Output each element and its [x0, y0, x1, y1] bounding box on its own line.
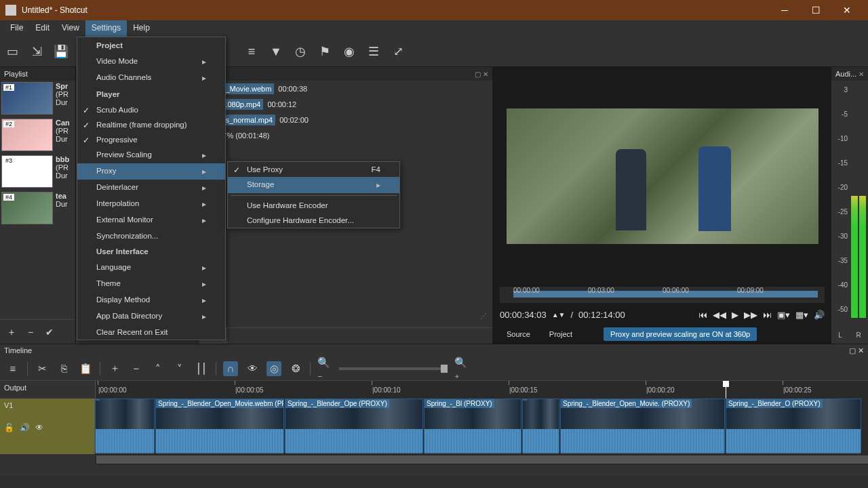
playlist-add-icon[interactable]: + [4, 325, 19, 340]
ripple-icon[interactable]: ◎ [267, 361, 281, 376]
app-icon [5, 5, 16, 16]
menu-scrub-audio[interactable]: ✓Scrub Audio [77, 102, 225, 117]
rewind-icon[interactable]: ◀◀ [713, 310, 726, 320]
overwrite-icon[interactable]: ˅ [172, 361, 187, 376]
close-button[interactable]: ✕ [831, 0, 863, 20]
lift-icon[interactable]: ˄ [151, 361, 165, 376]
append-icon[interactable]: ＋ [107, 361, 122, 376]
open-icon[interactable]: ▭ [4, 43, 20, 60]
tab-source[interactable]: Source [500, 327, 537, 341]
proxy-submenu: ✓Use ProxyF4 Storage▸ Use Hardware Encod… [227, 161, 400, 228]
audio-close-icon[interactable]: ✕ [859, 70, 864, 78]
playlist-item[interactable]: #2Can(PRDur [0, 117, 75, 154]
menu-audio-channels[interactable]: Audio Channels▸ [77, 70, 225, 86]
track-body[interactable]: Spring_-_Blender_Open_Movie.webm (PROXY)… [95, 399, 868, 454]
menu-help[interactable]: Help [127, 20, 156, 37]
zoom-slider[interactable] [339, 367, 448, 370]
menu-settings[interactable]: Settings [85, 20, 127, 37]
menu-synchronization[interactable]: Synchronization... [77, 228, 225, 243]
open-other-icon[interactable]: ⇲ [28, 43, 45, 60]
remove-icon[interactable]: − [129, 361, 144, 376]
timeline-clip[interactable] [95, 399, 155, 453]
zoom-icon[interactable]: ▣▾ [777, 310, 790, 320]
skip-start-icon[interactable]: ⏮ [698, 310, 707, 320]
preview-scrubber[interactable]: 00:00:00 00:03:00 00:06:00 00:09:00 [500, 287, 825, 303]
proxy-status-message: Proxy and preview scaling are ON at 360p [604, 327, 757, 341]
menu-config-hw-encoder[interactable]: Configure Hardware Encoder... [228, 213, 399, 228]
forward-icon[interactable]: ▶▶ [744, 310, 757, 320]
jobs-close-icon[interactable]: ▢ ✕ [475, 70, 488, 78]
skip-end-icon[interactable]: ⏭ [763, 310, 772, 320]
copy-icon[interactable]: ⎘ [56, 361, 71, 376]
play-icon[interactable]: ▶ [732, 310, 738, 320]
track-header[interactable]: V1 🔓 🔊 👁 [0, 399, 95, 454]
split-icon[interactable]: ⎮⎮ [194, 361, 209, 376]
lock-icon[interactable]: 🔓 [4, 423, 14, 432]
menu-display-method[interactable]: Display Method▸ [77, 292, 225, 308]
menu-external-monitor[interactable]: External Monitor▸ [77, 212, 225, 228]
stack-icon[interactable]: ☰ [366, 43, 382, 60]
timeline-clip[interactable]: Spring_-_Blender_Open_Movie. (PROXY) [560, 399, 725, 453]
menu-progressive[interactable]: ✓Progressive [77, 132, 225, 147]
record-icon[interactable]: ◉ [341, 43, 357, 60]
menu-language[interactable]: Language▸ [77, 260, 225, 276]
minimize-button[interactable]: ─ [769, 0, 800, 20]
timecode-current[interactable]: 00:00:34:03 [500, 310, 547, 320]
zoom-out-icon[interactable]: 🔍₋ [317, 361, 332, 376]
menu-view[interactable]: View [56, 20, 85, 37]
timeline-clip[interactable] [522, 399, 559, 453]
timeline-panel: Timeline ▢ ✕ ≡ ✂ ⎘ 📋 ＋ − ˄ ˅ ⎮⎮ ∩ 👁 ◎ ❂ … [0, 344, 868, 476]
menu-file[interactable]: File [4, 20, 29, 37]
playlist-item[interactable]: #4teaDur [0, 190, 75, 227]
cut-icon[interactable]: ✂ [35, 361, 50, 376]
timer-icon[interactable]: ◷ [292, 43, 309, 60]
paste-icon[interactable]: 📋 [78, 361, 93, 376]
timeline-close-icon[interactable]: ▢ ✕ [849, 346, 864, 355]
grid-icon[interactable]: ▦▾ [795, 310, 808, 320]
audio-meter-panel: Audi... ✕ 3-5-10-15-20-25-30-35-40-50 L … [831, 67, 868, 344]
resize-grip-icon[interactable]: ⋰ [480, 312, 488, 320]
menu-video-mode[interactable]: Video Mode▸ [77, 54, 225, 70]
playlist-title: Playlist [4, 70, 28, 78]
timeline-clip[interactable]: Spring_-_Blender_Open_Movie.webm (PROXY) [155, 399, 284, 453]
menu-realtime[interactable]: ✓Realtime (frame dropping) [77, 117, 225, 132]
menu-preview-scaling[interactable]: Preview Scaling▸ [77, 147, 225, 163]
mute-icon[interactable]: 🔊 [20, 423, 30, 432]
filter-icon[interactable]: ▼ [268, 43, 284, 60]
list-icon[interactable]: ≡ [243, 43, 260, 60]
ripple-all-icon[interactable]: ❂ [288, 361, 303, 376]
scrub-icon[interactable]: 👁 [245, 361, 260, 376]
menu-interpolation[interactable]: Interpolation▸ [77, 196, 225, 212]
playlist-item[interactable]: #1Spr(PRDur [0, 81, 75, 117]
hide-icon[interactable]: 👁 [35, 423, 43, 432]
tab-project[interactable]: Project [542, 327, 579, 341]
zoom-in-icon[interactable]: 🔍₊ [454, 361, 469, 376]
fullscreen-icon[interactable]: ⤢ [390, 43, 406, 60]
preview-viewport[interactable] [507, 108, 818, 244]
menu-use-hw-encoder[interactable]: Use Hardware Encoder [228, 198, 399, 213]
timeline-scrollbar[interactable] [95, 454, 868, 465]
volume-icon[interactable]: 🔊 [814, 310, 825, 320]
playlist-check-icon[interactable]: ✔ [42, 325, 57, 340]
menu-proxy-storage[interactable]: Storage▸ [228, 177, 399, 193]
playlist-remove-icon[interactable]: − [23, 325, 38, 340]
menu-proxy[interactable]: Proxy▸ [77, 163, 225, 180]
menu-theme[interactable]: Theme▸ [77, 276, 225, 292]
snap-icon[interactable]: ∩ [223, 361, 238, 376]
timeline-clip[interactable]: Spring_-_Blender_Ope (PROXY) [285, 399, 423, 453]
menu-clear-recent[interactable]: Clear Recent on Exit [77, 325, 225, 340]
menu-deinterlacer[interactable]: Deinterlacer▸ [77, 180, 225, 196]
maximize-button[interactable]: ☐ [800, 0, 831, 20]
timeline-title: Timeline [4, 346, 32, 354]
timeline-clip[interactable]: Spring_-_Bl (PROXY) [424, 399, 521, 453]
playlist-item[interactable]: #3bbb(PRDur [0, 154, 75, 190]
window-title: Untitled* - Shotcut [22, 5, 769, 15]
save-icon[interactable]: 💾 [53, 43, 69, 60]
menu-edit[interactable]: Edit [29, 20, 56, 37]
menu-app-data[interactable]: App Data Directory▸ [77, 308, 225, 325]
timeline-menu-icon[interactable]: ≡ [5, 361, 20, 376]
menu-use-proxy[interactable]: ✓Use ProxyF4 [228, 162, 399, 177]
timeline-clip[interactable]: Spring_-_Blender_O (PROXY) [726, 399, 861, 453]
marker-icon[interactable]: ⚑ [317, 43, 333, 60]
timecode-duration: 00:12:14:00 [578, 310, 625, 320]
